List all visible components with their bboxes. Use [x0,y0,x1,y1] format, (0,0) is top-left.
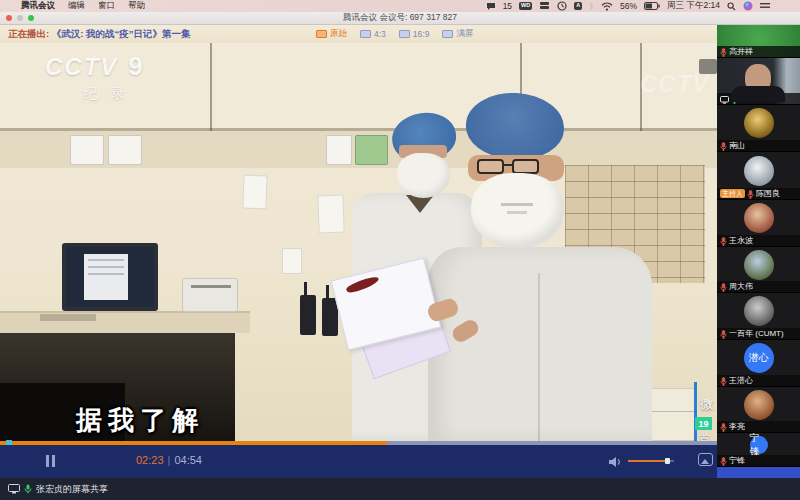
printer-icon[interactable] [539,2,550,11]
screen-share-icon [8,480,20,498]
participant-label-bar: 一百年 (CUMT) [717,328,800,339]
participant-tile[interactable]: 一百年 (CUMT) [717,293,800,340]
keyboard [40,314,96,321]
participant-label-bar: 南山 [717,140,800,151]
participant-name: 王潜心 [729,375,753,386]
macos-menu-bar: 腾讯会议 编辑 窗口 帮助 15 WD A ᛒ 56% 周三 下 [0,0,800,12]
siri-icon[interactable] [743,1,753,11]
bluetooth-icon[interactable]: ᛒ [589,2,594,11]
spotlight-search-icon[interactable] [727,2,736,11]
aspect-button-原始[interactable]: 原始 [316,28,347,40]
time-display: 02:23|04:54 [136,454,202,466]
battery-percent: 56% [620,1,637,11]
battery-icon[interactable] [644,2,660,10]
aspect-ratio-buttons: 原始4:316:9满屏 [316,25,473,43]
menu-app-name[interactable]: 腾讯会议 [21,0,55,12]
cabinet-seam [210,43,212,131]
wall-paper [282,248,302,274]
participant-avatar: 潜心 [744,343,774,373]
overlay-char: 微 [700,395,713,413]
menu-bar-clock[interactable]: 周三 下午2:14 [667,0,720,12]
shared-screen-region: 正在播出: 《武汉: 我的战“疫”日记》第一集 原始4:316:9满屏 [0,25,717,478]
player-info-banner: 正在播出: 《武汉: 我的战“疫”日记》第一集 原始4:316:9满屏 [0,25,717,43]
picture-in-picture-button[interactable] [698,453,713,466]
cctv9-channel-logo: CCTV9 纪录 [45,51,145,103]
screen-share-icon [720,90,729,106]
participant-tile[interactable]: 周大伟 [717,247,800,293]
basket [326,135,352,165]
menu-window[interactable]: 窗口 [98,0,115,12]
wd-drive-icon[interactable]: WD [519,2,532,10]
nurse-right-body [428,247,652,441]
participant-tile[interactable]: 主持人 陈国良 [717,152,800,200]
participant-name: 南山 [729,140,745,151]
video-subtitle: 据我了解 [76,403,204,438]
window-title: 腾讯会议 会议号: 697 317 827 [0,12,800,24]
video-frame[interactable]: CCTV9 纪录 CCTV 微 19 首 据我了解 [0,43,717,441]
nurse-right-mask [471,173,564,249]
overlay-char: 首 [699,431,710,441]
clock-icon[interactable] [557,1,567,11]
mic-icon [720,452,727,468]
input-source-icon[interactable]: A [574,2,582,10]
participant-tile[interactable]: 张宏贞 [717,58,800,105]
overlay-channel-badge: 19 [695,417,712,430]
notification-center-icon[interactable] [760,2,770,10]
participant-label-bar: 王永波 [717,235,800,246]
player-control-bar: 02:23|04:54 [0,445,717,478]
participant-name: 陈国良 [756,188,780,199]
desktop: { "menubar": { "apple": "", "items": ["腾… [0,0,800,500]
gown-seam [538,273,540,441]
participant-avatar [744,203,774,233]
nurse-left-mask [397,153,450,198]
participant-name: 王永波 [729,235,753,246]
aspect-button-4:3[interactable]: 4:3 [360,29,386,39]
participant-tile[interactable]: 李亮 [717,387,800,433]
mic-icon [720,43,727,59]
aspect-icon [399,30,410,38]
volume-handle[interactable] [665,458,670,464]
participant-name: 李亮 [729,421,745,432]
participant-tile[interactable]: 宁锋 宁锋 [717,433,800,467]
wall-paper [317,195,344,234]
menu-edit[interactable]: 编辑 [68,0,85,12]
cctv-watermark: CCTV [640,70,709,98]
mic-icon [720,418,727,434]
volume-slider[interactable] [628,460,674,462]
aspect-button-满屏[interactable]: 满屏 [442,28,473,40]
participant-label-bar: 王潜心 [717,375,800,386]
window-title-bar: 腾讯会议 会议号: 697 317 827 [0,12,800,25]
green-basket [355,135,388,165]
participant-avatar [744,390,774,420]
mic-icon [720,232,727,248]
aspect-button-16:9[interactable]: 16:9 [399,29,430,39]
mic-icon [720,372,727,388]
wall-paper [242,175,267,210]
participant-tile[interactable]: 潜心 王潜心 [717,340,800,387]
participant-tile[interactable]: 南山 [717,105,800,152]
chat-bubble-icon[interactable] [486,2,496,11]
walkie-talkie [300,295,316,335]
participant-name: 周大伟 [729,281,753,292]
wifi-icon[interactable] [601,2,613,11]
participant-name: 张宏贞 [740,93,764,104]
participant-avatar [744,156,774,186]
pause-button[interactable] [45,455,57,467]
glasses-bridge [503,164,513,166]
sidebar-bottom-strip[interactable] [717,467,800,478]
basket [108,135,142,165]
aspect-icon [360,30,371,38]
corner-logo [699,59,717,74]
aspect-icon [316,30,327,38]
participant-tile[interactable]: 王永波 [717,200,800,247]
participant-label-bar: 主持人 陈国良 [717,188,800,199]
menu-help[interactable]: 帮助 [128,0,145,12]
participant-avatar: 宁锋 [750,436,768,454]
now-playing-text: 正在播出: 《武汉: 我的战“疫”日记》第一集 [8,28,191,41]
volume-icon[interactable] [608,454,622,472]
meeting-bottom-bar: 张宏贞的屏幕共享 [0,478,800,500]
participant-tile[interactable]: 高井祥 [717,25,800,58]
volume-fill [628,460,667,462]
glasses [512,159,539,174]
aspect-icon [442,30,453,38]
